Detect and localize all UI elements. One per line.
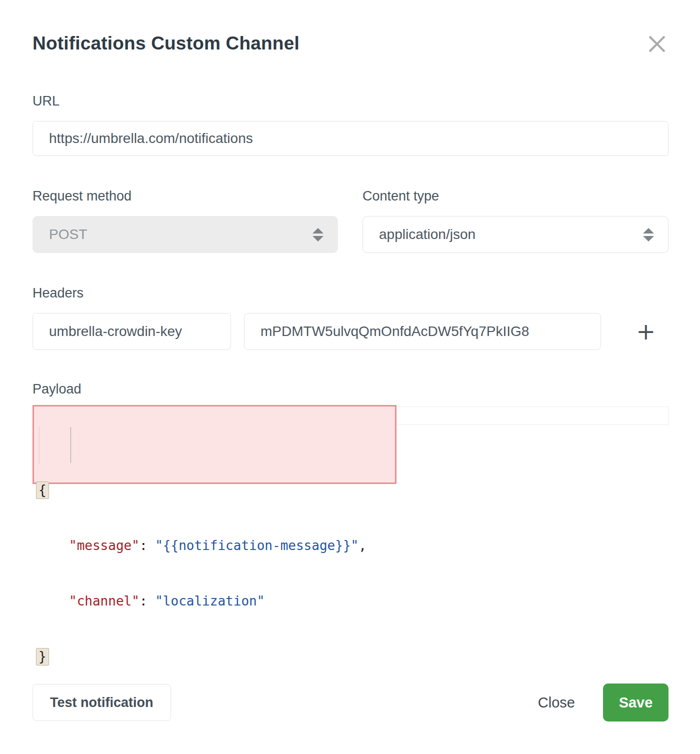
payload-error-highlight[interactable]: { "message": "{{notification-message}}",…: [32, 405, 396, 484]
select-arrows-icon: [312, 228, 324, 242]
headers-label: Headers: [32, 284, 668, 302]
payload-editor[interactable]: { "message": "{{notification-message}}",…: [32, 405, 668, 485]
url-field-group: URL: [32, 92, 668, 156]
save-button[interactable]: Save: [603, 684, 668, 722]
headers-group: Headers +: [32, 284, 668, 350]
content-type-label: Content type: [362, 187, 668, 205]
payload-code-line: {: [36, 481, 393, 500]
request-method-label: Request method: [32, 187, 338, 205]
request-method-group: Request method POST: [32, 187, 338, 253]
payload-code-line: }: [36, 648, 393, 666]
method-and-content-type-row: Request method POST Content type applica…: [32, 187, 668, 253]
close-text-button[interactable]: Close: [538, 694, 575, 711]
page-title: Notifications Custom Channel: [32, 33, 668, 54]
payload-group: Payload { "message": "{{notification-mes…: [32, 380, 668, 485]
payload-code-line: "message": "{{notification-message}}",: [36, 536, 393, 555]
test-notification-button[interactable]: Test notification: [32, 684, 171, 721]
request-method-value: POST: [49, 226, 87, 242]
gutter-line: [39, 426, 40, 464]
close-button[interactable]: [646, 33, 668, 55]
payload-label: Payload: [32, 380, 668, 398]
close-icon: [648, 34, 666, 54]
indent-guide: [70, 427, 71, 463]
header-row: +: [32, 313, 668, 350]
open-brace: {: [36, 482, 49, 499]
code-key: "message": [69, 536, 140, 555]
url-label: URL: [32, 92, 668, 110]
payload-code-line: "channel": "localization": [36, 592, 393, 610]
add-header-button[interactable]: +: [636, 320, 656, 343]
select-arrows-icon: [643, 228, 654, 242]
code-value: "{{notification-message}}": [155, 536, 358, 555]
header-key-input[interactable]: [32, 313, 231, 350]
header-value-input[interactable]: [244, 313, 601, 350]
notifications-custom-channel-dialog: Notifications Custom Channel URL Request…: [0, 0, 700, 754]
content-type-select[interactable]: application/json: [362, 216, 668, 253]
url-input[interactable]: [32, 121, 668, 156]
content-type-value: application/json: [379, 226, 476, 242]
close-brace: }: [36, 648, 49, 666]
code-value: "localization": [155, 592, 264, 610]
code-key: "channel": [69, 592, 140, 610]
dialog-footer: Test notification Close Save: [32, 684, 668, 722]
content-type-group: Content type application/json: [362, 187, 668, 253]
plus-icon: +: [636, 318, 656, 345]
footer-actions: Close Save: [538, 684, 668, 722]
request-method-select[interactable]: POST: [32, 216, 338, 253]
